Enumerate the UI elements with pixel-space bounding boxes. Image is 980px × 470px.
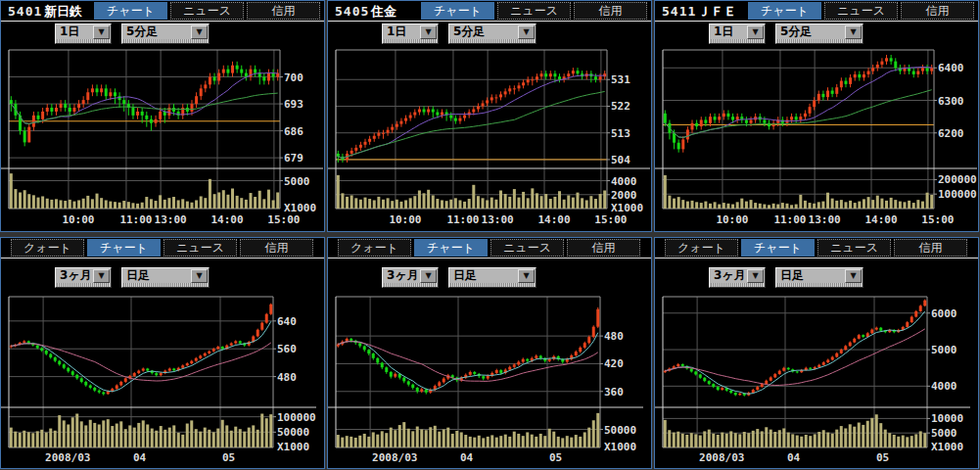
- svg-text:531: 531: [611, 73, 630, 86]
- interval-select[interactable]: 5分足 ▼: [448, 24, 537, 44]
- period-select[interactable]: 3ヶ月 ▼: [382, 267, 439, 288]
- chart-toolbar: 1日 ▼ 5分足 ▼: [328, 21, 651, 44]
- tab-credit[interactable]: 信用: [574, 2, 647, 20]
- period-select[interactable]: 1日 ▼: [709, 24, 766, 44]
- period-select[interactable]: 3ヶ月 ▼: [709, 267, 766, 288]
- svg-text:X1000: X1000: [604, 441, 636, 453]
- tab-credit[interactable]: 信用: [901, 2, 974, 20]
- svg-text:10:00: 10:00: [716, 213, 748, 226]
- period-select[interactable]: 3ヶ月 ▼: [55, 267, 112, 288]
- svg-text:4000: 4000: [611, 175, 637, 188]
- chevron-down-icon: ▼: [191, 269, 208, 283]
- svg-text:513: 513: [611, 127, 630, 140]
- interval-select[interactable]: 5分足 ▼: [775, 24, 863, 44]
- svg-text:700: 700: [284, 71, 303, 84]
- candlestick-chart[interactable]: 2008/03040564056048010000050000X1000: [1, 291, 324, 469]
- svg-text:X1000: X1000: [284, 202, 316, 214]
- svg-text:504: 504: [611, 154, 630, 166]
- svg-text:13:00: 13:00: [809, 213, 841, 226]
- svg-text:10:00: 10:00: [389, 213, 421, 226]
- svg-text:13:00: 13:00: [155, 213, 187, 226]
- stock-panel-5401: 5401 新日鉄 チャート ニュース 信用 1日 ▼ 5分足 ▼ 10:0011…: [0, 0, 325, 232]
- stock-panel-5411: 5411 ＪＦＥ チャート ニュース 信用 1日 ▼ 5分足 ▼ 10:0011…: [654, 0, 979, 232]
- period-value: 3ヶ月: [60, 268, 92, 283]
- svg-text:10:00: 10:00: [62, 213, 94, 226]
- svg-text:2008/03: 2008/03: [699, 451, 744, 464]
- svg-text:5000: 5000: [931, 427, 957, 440]
- tab-news[interactable]: ニュース: [163, 239, 237, 257]
- svg-text:6200: 6200: [938, 127, 964, 140]
- period-value: 3ヶ月: [387, 268, 419, 283]
- svg-text:6000: 6000: [931, 307, 957, 320]
- panel-header: 5405 住金 チャート ニュース 信用: [328, 1, 651, 21]
- tab-news[interactable]: ニュース: [497, 2, 571, 20]
- svg-text:11:00: 11:00: [446, 213, 479, 226]
- period-select[interactable]: 1日 ▼: [55, 24, 112, 44]
- chart-toolbar: 3ヶ月 ▼ 日足 ▼: [655, 258, 978, 291]
- trading-dashboard: 5401 新日鉄 チャート ニュース 信用 1日 ▼ 5分足 ▼ 10:0011…: [0, 0, 980, 470]
- panel-header: クォート チャート ニュース 信用: [328, 238, 651, 258]
- candlestick-chart[interactable]: 2008/030405600050004000100005000X1000: [655, 291, 978, 469]
- period-value: 1日: [387, 24, 406, 39]
- chevron-down-icon: ▼: [747, 25, 764, 39]
- interval-select[interactable]: 5分足 ▼: [121, 24, 210, 44]
- chevron-down-icon: ▼: [518, 25, 535, 39]
- candlestick-chart[interactable]: 10:0011:0013:0014:0015:00531522513504400…: [328, 44, 651, 231]
- interval-select[interactable]: 日足 ▼: [775, 267, 863, 288]
- chevron-down-icon: ▼: [93, 269, 110, 283]
- interval-select[interactable]: 日足 ▼: [448, 267, 537, 288]
- tab-chart[interactable]: チャート: [421, 2, 494, 20]
- stock-code: 5411: [662, 4, 696, 19]
- svg-text:X1000: X1000: [277, 441, 309, 453]
- interval-value: 5分足: [780, 24, 812, 39]
- tab-credit[interactable]: 信用: [567, 239, 640, 257]
- svg-text:200000: 200000: [938, 173, 977, 186]
- tab-credit[interactable]: 信用: [894, 239, 967, 257]
- tab-chart[interactable]: チャート: [741, 239, 815, 257]
- tab-credit[interactable]: 信用: [240, 239, 313, 257]
- tab-quote[interactable]: クォート: [665, 239, 738, 257]
- svg-text:14:00: 14:00: [210, 213, 243, 226]
- interval-value: 日足: [780, 268, 804, 283]
- svg-text:522: 522: [611, 100, 630, 113]
- candlestick-chart[interactable]: 10:0011:0013:0014:0015:00640063006200200…: [655, 44, 978, 231]
- svg-text:04: 04: [787, 451, 801, 464]
- svg-text:14:00: 14:00: [537, 213, 570, 226]
- stock-code: 5405: [335, 4, 369, 19]
- tab-news[interactable]: ニュース: [170, 2, 244, 20]
- tab-bar: チャート ニュース 信用: [421, 2, 650, 20]
- tab-bar: クォート チャート ニュース 信用: [11, 239, 316, 257]
- tab-news[interactable]: ニュース: [824, 2, 898, 20]
- svg-text:100000: 100000: [938, 188, 977, 201]
- tab-chart[interactable]: チャート: [87, 239, 161, 257]
- interval-select[interactable]: 日足 ▼: [121, 267, 210, 288]
- tab-credit[interactable]: 信用: [247, 2, 320, 20]
- tab-quote[interactable]: クォート: [338, 239, 411, 257]
- svg-text:05: 05: [222, 451, 235, 464]
- tab-chart[interactable]: チャート: [748, 2, 821, 20]
- svg-text:2000: 2000: [611, 189, 637, 202]
- svg-text:686: 686: [284, 125, 303, 138]
- svg-text:5000: 5000: [284, 175, 310, 188]
- svg-text:04: 04: [460, 451, 474, 464]
- period-value: 3ヶ月: [714, 268, 746, 283]
- tab-news[interactable]: ニュース: [490, 239, 564, 257]
- svg-text:480: 480: [277, 371, 297, 384]
- panel-header: クォート チャート ニュース 信用: [655, 238, 978, 258]
- tab-news[interactable]: ニュース: [817, 239, 891, 257]
- svg-text:04: 04: [133, 451, 147, 464]
- candlestick-chart[interactable]: 10:0011:0013:0014:0015:00700693686679500…: [1, 44, 324, 231]
- svg-text:6400: 6400: [938, 62, 964, 74]
- panel-header: 5411 ＪＦＥ チャート ニュース 信用: [655, 1, 978, 21]
- tab-quote[interactable]: クォート: [11, 239, 84, 257]
- stock-panel-bottom-3: クォート チャート ニュース 信用 3ヶ月 ▼ 日足 ▼ 2008/030405…: [654, 237, 979, 469]
- candlestick-chart[interactable]: 2008/03040548042036050000X1000: [328, 291, 651, 469]
- chart-toolbar: 1日 ▼ 5分足 ▼: [655, 21, 978, 44]
- svg-text:4000: 4000: [931, 380, 957, 393]
- svg-text:15:00: 15:00: [594, 213, 627, 226]
- tab-chart[interactable]: チャート: [94, 2, 167, 20]
- tab-chart[interactable]: チャート: [414, 239, 488, 257]
- svg-text:11:00: 11:00: [119, 213, 152, 226]
- period-select[interactable]: 1日 ▼: [382, 24, 439, 44]
- svg-text:50000: 50000: [277, 426, 309, 439]
